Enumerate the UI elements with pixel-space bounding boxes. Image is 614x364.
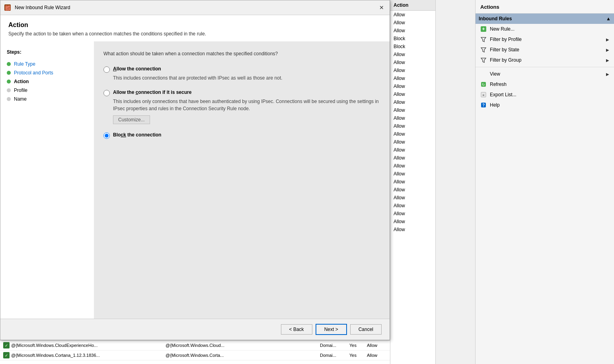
action-list-item: Allow: [390, 82, 435, 90]
actions-item-new-rule[interactable]: + New Rule...: [476, 24, 614, 34]
wizard-dialog: 🧱 New Inbound Rule Wizard ✕ Action Speci…: [0, 0, 390, 340]
wizard-content-area: Steps: Rule Type Protocol and Ports Acti…: [0, 41, 390, 319]
action-list-item: Allow: [390, 19, 435, 27]
option-block-label[interactable]: Block the connection: [103, 132, 380, 139]
action-list-item: Allow: [390, 138, 435, 146]
step-label-rule-type: Rule Type: [14, 61, 35, 67]
step-dot-profile: [7, 88, 11, 92]
action-list-item: Block: [390, 43, 435, 51]
option-allow-secure-label[interactable]: Allow the connection if it is secure: [103, 90, 380, 96]
actions-section-collapse-icon: ▲: [606, 16, 611, 21]
view-icon: [480, 71, 487, 77]
back-button[interactable]: < Back: [281, 324, 312, 335]
action-list-item: Allow: [390, 202, 435, 210]
actions-item-label-filter-state: Filter by State: [490, 47, 603, 53]
filter-group-icon: [480, 57, 487, 63]
option-allow-desc: This includes connections that are prote…: [113, 74, 380, 82]
help-icon: ?: [480, 102, 487, 108]
step-label-protocol-ports: Protocol and Ports: [14, 70, 53, 76]
wizard-close-button[interactable]: ✕: [377, 3, 386, 12]
action-list-item: Allow: [390, 90, 435, 98]
wizard-title-text: New Inbound Rule Wizard: [15, 5, 70, 10]
option-block-connection: Block the connection: [103, 132, 380, 139]
actions-item-help[interactable]: ? Help: [476, 100, 614, 110]
actions-item-refresh[interactable]: ↻ Refresh: [476, 79, 614, 90]
row-status-icon: ✓: [3, 342, 10, 348]
step-protocol-ports[interactable]: Protocol and Ports: [0, 68, 94, 77]
radio-allow-secure[interactable]: [103, 90, 110, 96]
step-profile: Profile: [0, 86, 94, 95]
option-allow-secure: Allow the connection if it is secure Thi…: [103, 90, 380, 124]
actions-item-view[interactable]: View▶: [476, 69, 614, 79]
action-list-item: Allow: [390, 162, 435, 170]
wizard-footer: < Back Next > Cancel: [0, 319, 390, 340]
action-list-item: Block: [390, 35, 435, 43]
action-list-item: Allow: [390, 194, 435, 202]
radio-block-connection[interactable]: [103, 132, 110, 139]
actions-item-filter-state[interactable]: Filter by State▶: [476, 45, 614, 55]
actions-section-label: Inbound Rules: [479, 16, 512, 21]
row-group: @{Microsoft.Windows.Corta...: [166, 353, 318, 358]
actions-item-export-list[interactable]: ≡ Export List...: [476, 90, 614, 100]
bottom-table: ✓@{Microsoft.Windows.CloudExperienceHo..…: [0, 340, 390, 364]
step-dot-protocol-ports: [7, 71, 11, 75]
step-label-name: Name: [14, 96, 27, 102]
svg-marker-4: [481, 58, 486, 62]
action-list-item: Allow: [390, 210, 435, 218]
wizard-title-area: 🧱 New Inbound Rule Wizard: [4, 4, 70, 12]
action-list-item: Allow: [390, 146, 435, 154]
step-dot-name: [7, 97, 11, 101]
cancel-button[interactable]: Cancel: [350, 324, 382, 335]
table-row[interactable]: ✓@{Microsoft.Windows.CloudExperienceHo..…: [0, 341, 390, 350]
row-status-icon: ✓: [3, 352, 10, 358]
action-list-item: Allow: [390, 218, 435, 226]
step-rule-type[interactable]: Rule Type: [0, 60, 94, 68]
svg-text:🧱: 🧱: [5, 5, 11, 11]
actions-item-label-help: Help: [490, 102, 609, 108]
actions-item-filter-profile[interactable]: Filter by Profile▶: [476, 34, 614, 45]
row-name: @{Microsoft.Windows.Cortana_1.12.3.1836.…: [11, 353, 164, 358]
svg-text:+: +: [482, 26, 485, 32]
actions-panel: Actions Inbound Rules ▲ + New Rule... Fi…: [475, 0, 614, 364]
option-allow-title: Allow the connection: [113, 66, 161, 72]
option-allow-secure-desc: This includes only connections that have…: [113, 98, 380, 112]
row-action: Allow: [367, 353, 387, 358]
step-label-profile: Profile: [14, 88, 27, 93]
wizard-header: Action Specify the action to be taken wh…: [0, 15, 390, 41]
next-button[interactable]: Next >: [316, 324, 347, 335]
action-list-item: Allow: [390, 98, 435, 106]
action-list-item: Allow: [390, 130, 435, 138]
radio-allow-connection[interactable]: [103, 66, 110, 73]
wizard-header-desc: Specify the action to be taken when a co…: [8, 31, 382, 37]
svg-text:↻: ↻: [482, 83, 485, 87]
wizard-main: What action should be taken when a conne…: [94, 41, 390, 319]
svg-marker-2: [481, 37, 486, 42]
action-list-item: Allow: [390, 114, 435, 122]
svg-text:?: ?: [482, 103, 485, 107]
actions-section-header[interactable]: Inbound Rules ▲: [476, 14, 614, 24]
table-row[interactable]: ✓@{Microsoft.Windows.Cortana_1.12.3.1836…: [0, 350, 390, 360]
actions-item-label-filter-group: Filter by Group: [490, 57, 603, 63]
actions-item-filter-group[interactable]: Filter by Group▶: [476, 55, 614, 65]
action-list-item: Allow: [390, 122, 435, 130]
action-list-item: Allow: [390, 51, 435, 58]
customize-button[interactable]: Customize...: [113, 115, 150, 124]
step-name: Name: [0, 95, 94, 103]
action-list-item: Allow: [390, 58, 435, 66]
actions-item-arrow-filter-group: ▶: [606, 58, 609, 62]
row-enabled: Yes: [349, 343, 365, 348]
actions-separator: [476, 67, 614, 67]
wizard-title-icon: 🧱: [4, 4, 12, 12]
action-list-item: Allow: [390, 74, 435, 82]
actions-item-arrow-view: ▶: [606, 72, 609, 76]
actions-panel-title: Actions: [476, 0, 614, 14]
row-profile: Domai...: [320, 353, 348, 358]
svg-marker-3: [481, 48, 486, 52]
refresh-icon: ↻: [480, 81, 487, 88]
action-list-item: Allow: [390, 178, 435, 186]
step-label-action: Action: [14, 79, 29, 84]
option-allow-label[interactable]: Allow the connection: [103, 66, 380, 73]
new-rule-icon: +: [480, 26, 487, 32]
filter-profile-icon: [480, 36, 487, 43]
wizard-body: Action Specify the action to be taken wh…: [0, 15, 390, 340]
